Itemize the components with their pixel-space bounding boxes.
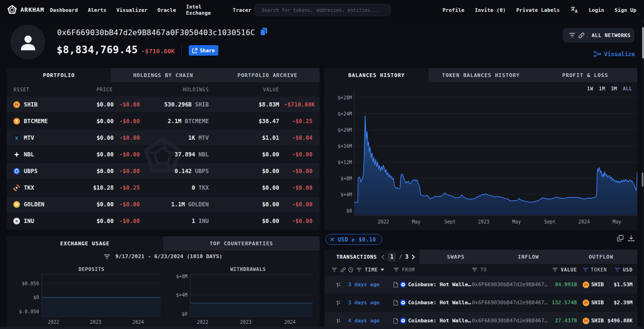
copy-address-icon[interactable] bbox=[260, 28, 267, 36]
tab-portfolio-archive[interactable]: PORTFOLIO ARCHIVE bbox=[215, 68, 320, 82]
asset-name: SHIB bbox=[24, 101, 38, 108]
tab-top-counterparties[interactable]: TOP COUNTERPARTIES bbox=[163, 236, 320, 251]
portfolio-row[interactable]: SHIB$0.00-$0.00530.296BSHIB$8.83M-$710.6… bbox=[7, 97, 320, 112]
portfolio-row[interactable]: MTV$0.00-$0.001KMTV$1.01-$0.04 bbox=[7, 130, 320, 145]
copy-table-icon[interactable] bbox=[617, 235, 624, 242]
transaction-row[interactable]: 3 days agoCoinbase: Hot Walle…0x6F669030… bbox=[324, 276, 637, 293]
scrollbar-thumb[interactable] bbox=[642, 27, 644, 58]
tab-token-balances-history[interactable]: TOKEN BALANCES HISTORY bbox=[429, 68, 533, 82]
withdrawals-chart[interactable]: $+8M$+4M$0202220232024 bbox=[163, 272, 320, 327]
share-icon bbox=[192, 48, 197, 53]
portfolio-row[interactable]: TKX$10.28-$0.250TKX$0.00-$0.00 bbox=[7, 180, 320, 195]
svg-text:$+20M: $+20M bbox=[338, 127, 352, 133]
tx-time[interactable]: 4 days ago bbox=[348, 318, 393, 324]
asset-value-change: -$0.00 bbox=[284, 151, 312, 158]
tx-to[interactable]: 0x6F669030bB47d2e9B8467… bbox=[472, 318, 548, 324]
wallet-address[interactable]: 0x6F669030bB47d2e9B8467a0F3050403c103051… bbox=[57, 28, 255, 37]
filter-icon[interactable] bbox=[393, 268, 399, 272]
balances-history-chart[interactable]: $0$+4M$+8M$+12M$+16M$+20M$+24M$+28M2022M… bbox=[324, 82, 637, 230]
portfolio-row[interactable]: NBL$0.00-$0.0037.894NBL$0.00-$0.00 bbox=[7, 146, 320, 162]
tab-profit-loss[interactable]: PROFIT & LOSS bbox=[533, 68, 637, 82]
chain-link-icon[interactable] bbox=[341, 267, 346, 272]
portfolio-row[interactable]: GOLDEN$0.00-$0.001.1MGOLDEN$0.00-$0.00 bbox=[7, 197, 320, 213]
col-price[interactable]: PRICE bbox=[85, 87, 140, 92]
nav-dashboard[interactable]: Dashboard bbox=[50, 7, 78, 13]
language-icon[interactable]: A bbox=[570, 6, 578, 13]
col-asset[interactable]: ASSET bbox=[7, 87, 85, 92]
search-input[interactable]: Search for tokens, addresses, entities..… bbox=[254, 4, 391, 16]
col-time[interactable]: TIME bbox=[365, 267, 378, 272]
note-icon[interactable] bbox=[393, 318, 398, 324]
col-usd[interactable]: USD bbox=[623, 267, 633, 272]
network-selector[interactable]: ALL NETWORKS bbox=[563, 28, 634, 42]
tab-holdings-by-chain[interactable]: HOLDINGS BY CHAIN bbox=[111, 68, 215, 82]
nav-signup[interactable]: Sign Up bbox=[615, 7, 636, 13]
asset-value-change: -$710.60K bbox=[284, 101, 312, 108]
tab-swaps[interactable]: SWAPS bbox=[420, 250, 492, 264]
close-icon[interactable] bbox=[330, 237, 334, 242]
page-prev-icon[interactable] bbox=[381, 254, 385, 260]
exchange-date-filter[interactable]: 9/17/2021 - 6/23/2024 (1010 DAYS) bbox=[7, 253, 320, 260]
tab-portfolio[interactable]: PORTFOLIO bbox=[7, 68, 111, 82]
filter-icon[interactable] bbox=[332, 267, 337, 272]
share-button[interactable]: Share bbox=[189, 45, 218, 56]
col-value[interactable]: VALUE bbox=[209, 87, 320, 92]
col-holdings[interactable]: HOLDINGS bbox=[140, 87, 209, 92]
transaction-row[interactable]: 3 days agoCoinbase: Hot Walle…0x6F669030… bbox=[324, 294, 637, 311]
tx-to[interactable]: 0x6F669030bB47d2e9B8467… bbox=[472, 300, 548, 306]
nav-login[interactable]: Login bbox=[589, 7, 605, 13]
tab-outflow[interactable]: OUTFLOW bbox=[565, 250, 637, 264]
asset-price-change: -$0.00 bbox=[118, 135, 140, 141]
filter-icon[interactable] bbox=[472, 268, 478, 272]
filter-icon[interactable] bbox=[552, 268, 558, 272]
arkham-logo[interactable]: ARKHAM bbox=[7, 5, 44, 15]
col-value[interactable]: VALUE bbox=[561, 267, 577, 272]
portfolio-row[interactable]: INU$0.00-$0.001INU$0.00-$0.00 bbox=[7, 213, 320, 229]
tx-from[interactable]: Coinbase: Hot Walle… bbox=[408, 318, 471, 324]
asset-ticker: SHIB bbox=[195, 101, 209, 108]
filter-icon[interactable] bbox=[356, 268, 362, 272]
tab-balances-history[interactable]: BALANCES HISTORY bbox=[324, 68, 429, 82]
note-icon[interactable] bbox=[393, 282, 398, 288]
tx-to[interactable]: 0x6F669030bB47d2e9B8467… bbox=[472, 281, 548, 288]
portfolio-row[interactable]: BBTCMEME$0.00-$0.002.1MBTCMEME$38.47-$0.… bbox=[7, 113, 320, 129]
clock-icon[interactable] bbox=[348, 267, 353, 272]
nav-invite[interactable]: Invite (0) bbox=[475, 7, 506, 13]
asset-value: $0.00 bbox=[262, 201, 279, 208]
scrollbar-thumb-2[interactable] bbox=[642, 173, 644, 187]
chevron-down-icon[interactable] bbox=[381, 269, 384, 271]
token-icon-shib bbox=[13, 101, 20, 108]
nav-alerts[interactable]: Alerts bbox=[88, 7, 107, 13]
tx-time[interactable]: 3 days ago bbox=[348, 281, 393, 288]
filter-icon-active[interactable] bbox=[615, 268, 620, 272]
usd-filter-pill[interactable]: USD ≥ $0.10 bbox=[325, 234, 382, 245]
tx-from[interactable]: Coinbase: Hot Walle… bbox=[408, 300, 471, 306]
nav-oracle[interactable]: Oracle bbox=[157, 7, 176, 13]
nav-tracer[interactable]: Tracer bbox=[233, 7, 251, 13]
col-to[interactable]: TO bbox=[480, 267, 487, 272]
divider bbox=[181, 46, 182, 56]
nav-intel-exchange[interactable]: Intel Exchange bbox=[186, 4, 211, 16]
note-icon[interactable] bbox=[393, 300, 398, 306]
coinbase-icon bbox=[400, 300, 406, 306]
portfolio-row[interactable]: UBPS$0.00-$0.000.142UBPS$0.00-$0.00 bbox=[7, 163, 320, 179]
asset-price-change: -$0.00 bbox=[118, 151, 140, 158]
nav-private-labels[interactable]: Private Labels bbox=[516, 7, 559, 13]
nav-visualizer[interactable]: Visualizer bbox=[117, 7, 147, 13]
col-from[interactable]: FROM bbox=[402, 267, 415, 272]
deposits-chart[interactable]: $0.050$0$-0.050202220232024 bbox=[7, 272, 163, 327]
tx-time[interactable]: 3 days ago bbox=[348, 300, 393, 306]
filter-icon-active[interactable] bbox=[583, 268, 588, 272]
tx-from[interactable]: Coinbase: Hot Walle… bbox=[408, 281, 471, 288]
tab-inflow[interactable]: INFLOW bbox=[492, 250, 565, 264]
tab-transactions[interactable]: TRANSACTIONS 1 / 3 bbox=[324, 250, 420, 264]
visualize-link[interactable]: Visualize bbox=[593, 50, 635, 58]
filter-icon bbox=[104, 254, 110, 259]
col-token[interactable]: TOKEN bbox=[591, 267, 607, 272]
download-icon[interactable] bbox=[628, 235, 634, 242]
nav-profile[interactable]: Profile bbox=[443, 7, 465, 13]
page-next-icon[interactable] bbox=[411, 254, 415, 260]
asset-price-change: -$0.00 bbox=[118, 218, 140, 224]
asset-name: MTV bbox=[24, 135, 34, 141]
tab-exchange-usage[interactable]: EXCHANGE USAGE bbox=[7, 236, 163, 251]
